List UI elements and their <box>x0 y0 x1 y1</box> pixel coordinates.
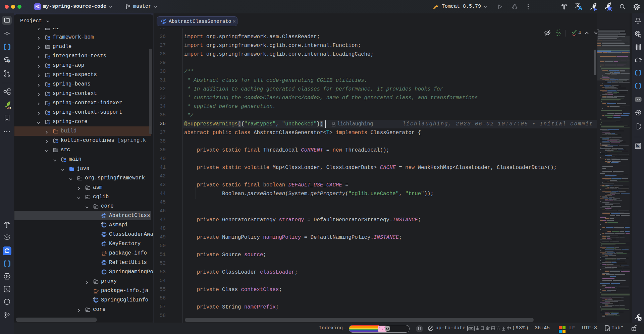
svg-text:A: A <box>637 144 639 147</box>
svg-text:?: ? <box>8 59 9 63</box>
svg-text:JR: JR <box>7 106 11 109</box>
svg-text:C: C <box>163 19 165 24</box>
